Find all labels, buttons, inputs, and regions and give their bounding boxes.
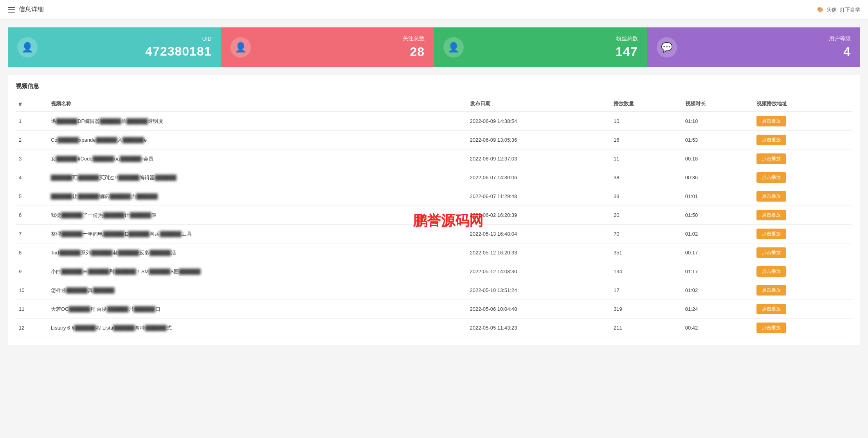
uid-icon: 👤 <box>17 37 38 58</box>
cell-date: 2022-05-10 13:51:24 <box>467 281 610 300</box>
play-button[interactable]: 点击播放 <box>756 116 786 126</box>
col-url: 视频播放地址 <box>753 96 852 112</box>
table-row: 3女██████§Code██████oa██████r会员2022-06-09… <box>16 150 852 168</box>
cell-plays: 11 <box>610 150 682 168</box>
cell-duration: 01:10 <box>682 112 754 131</box>
table-row: 2Co██████xpande██████入██████e2022-06-09 … <box>16 131 852 150</box>
cell-plays: 17 <box>610 281 682 300</box>
cell-play-url: 点击播放 <box>753 281 852 300</box>
cell-name: 我徒██████了一份热██████计██████表 <box>48 206 467 225</box>
cell-date: 2022-06-02 16:20:39 <box>467 206 610 225</box>
hamburger-menu[interactable] <box>8 7 15 13</box>
cell-num: 8 <box>16 243 48 262</box>
play-button[interactable]: 点击播放 <box>756 285 786 296</box>
cell-play-url: 点击播放 <box>753 262 852 281</box>
cell-date: 2022-06-09 13:05:36 <box>467 131 610 150</box>
cell-duration: 01:53 <box>682 131 754 150</box>
video-table: # 视频名称 发布日期 播放数量 视频时长 视频播放地址 1迅██████DF编… <box>16 96 852 337</box>
cell-num: 6 <box>16 206 48 225</box>
user-name: 灯下自学 <box>840 6 860 13</box>
video-section: 视频信息 # 视频名称 发布日期 播放数量 视频时长 视频播放地址 1迅████… <box>8 75 860 345</box>
cell-num: 12 <box>16 319 48 337</box>
fans-value: 147 <box>616 45 637 59</box>
cell-num: 11 <box>16 300 48 319</box>
table-row: 5██████让██████编辑██████力██████2022-06-07 … <box>16 187 852 206</box>
cell-num: 4 <box>16 168 48 187</box>
cell-play-url: 点击播放 <box>753 131 852 150</box>
cell-play-url: 点击播放 <box>753 112 852 131</box>
cell-play-url: 点击播放 <box>753 243 852 262</box>
cell-duration: 00:36 <box>682 168 754 187</box>
cell-duration: 01:01 <box>682 187 754 206</box>
level-icon: 💬 <box>657 37 677 58</box>
cell-date: 2022-05-06 10:04:48 <box>467 300 610 319</box>
play-button[interactable]: 点击播放 <box>756 229 786 239</box>
table-row: 8Tod██████系列██████电██████反多██████活2022-0… <box>16 243 852 262</box>
cell-date: 2022-05-12 16:20:33 <box>467 243 610 262</box>
play-button[interactable]: 点击播放 <box>756 247 786 258</box>
palette-icon[interactable]: 🎨 <box>817 7 823 13</box>
col-num: # <box>16 96 48 112</box>
col-plays: 播放数量 <box>610 96 682 112</box>
uid-value: 472380181 <box>145 44 211 59</box>
cell-num: 5 <box>16 187 48 206</box>
follows-icon: 👤 <box>231 37 251 58</box>
cell-plays: 38 <box>610 168 682 187</box>
play-button[interactable]: 点击播放 <box>756 323 786 333</box>
table-row: 6我徒██████了一份热██████计██████表2022-06-02 16… <box>16 206 852 225</box>
header: 信息详细 🎨 头像 灯下自学 <box>0 0 868 20</box>
cell-num: 10 <box>16 281 48 300</box>
level-label: 用户等级 <box>829 35 851 42</box>
stat-card-fans: 👤 粉丝总数 147 <box>434 27 647 67</box>
level-info: 用户等级 4 <box>683 35 851 59</box>
follows-value: 28 <box>410 45 425 59</box>
cell-duration: 01:02 <box>682 225 754 243</box>
cell-name: Co██████xpande██████入██████e <box>48 131 467 150</box>
table-row: 10怎样通██████真██████2022-05-10 13:51:24170… <box>16 281 852 300</box>
fans-label: 粉丝总数 <box>616 35 638 42</box>
play-button[interactable]: 点击播放 <box>756 304 786 314</box>
cell-play-url: 点击播放 <box>753 225 852 243</box>
cell-plays: 20 <box>610 206 682 225</box>
cell-play-url: 点击播放 <box>753 187 852 206</box>
cell-date: 2022-06-07 14:30:06 <box>467 168 610 187</box>
cell-name: 女██████§Code██████oa██████r会员 <box>48 150 467 168</box>
play-button[interactable]: 点击播放 <box>756 135 786 145</box>
cell-play-url: 点击播放 <box>753 206 852 225</box>
cell-play-url: 点击播放 <box>753 300 852 319</box>
table-row: 7整理██████十年的电██████E██████网岳██████工具2022… <box>16 225 852 243</box>
avatar-label[interactable]: 头像 <box>827 6 837 13</box>
cell-play-url: 点击播放 <box>753 319 852 337</box>
cell-date: 2022-06-09 12:37:03 <box>467 150 610 168</box>
cell-duration: 00:18 <box>682 150 754 168</box>
cell-duration: 01:17 <box>682 262 754 281</box>
level-value: 4 <box>843 45 851 59</box>
header-left: 信息详细 <box>8 5 44 14</box>
cell-date: 2022-06-09 14:38:54 <box>467 112 610 131</box>
cell-plays: 211 <box>610 319 682 337</box>
cell-date: 2022-05-05 11:43:23 <box>467 319 610 337</box>
col-duration: 视频时长 <box>682 96 754 112</box>
play-button[interactable]: 点击播放 <box>756 210 786 220</box>
table-row: 9小白██████未██████列██████！SM██████S图██████… <box>16 262 852 281</box>
fans-icon: 👤 <box>443 37 464 58</box>
cell-num: 9 <box>16 262 48 281</box>
cell-plays: 70 <box>610 225 682 243</box>
uid-info: UID 472380181 <box>44 36 212 59</box>
cell-name: 怎样通██████真██████ <box>48 281 467 300</box>
play-button[interactable]: 点击播放 <box>756 191 786 202</box>
cell-name: 迅██████DF编辑器██████章██████透明度 <box>48 112 467 131</box>
follows-label: 关注总数 <box>403 35 425 42</box>
play-button[interactable]: 点击播放 <box>756 153 786 164</box>
stat-card-uid: 👤 UID 472380181 <box>8 27 221 67</box>
cell-name: ██████可██████买到过P██████编辑器██████ <box>48 168 467 187</box>
col-name: 视频名称 <box>48 96 467 112</box>
play-button[interactable]: 点击播放 <box>756 172 786 183</box>
cell-name: 整理██████十年的电██████E██████网岳██████工具 <box>48 225 467 243</box>
cell-date: 2022-05-12 14:08:30 <box>467 262 610 281</box>
cell-plays: 10 <box>610 112 682 131</box>
col-date: 发布日期 <box>467 96 610 112</box>
table-row: 11天若OC██████程 百度██████只██████口2022-05-06… <box>16 300 852 319</box>
play-button[interactable]: 点击播放 <box>756 266 786 277</box>
cell-duration: 00:42 <box>682 319 754 337</box>
